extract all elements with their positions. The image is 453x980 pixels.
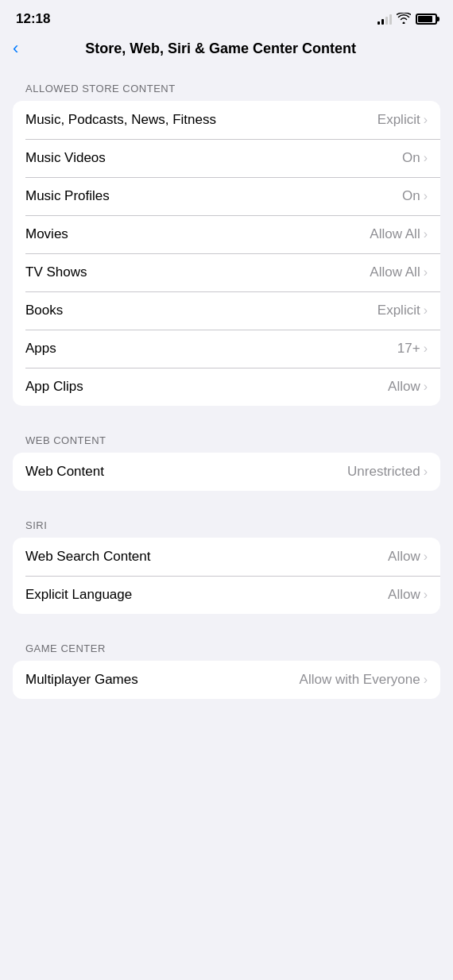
settings-row-books[interactable]: BooksExplicit›: [13, 291, 440, 330]
chevron-icon-tv-shows: ›: [424, 265, 428, 280]
chevron-icon-books: ›: [424, 303, 428, 318]
row-label-music-profiles: Music Profiles: [25, 188, 110, 204]
row-value-web-content: Unrestricted: [347, 464, 420, 480]
status-time: 12:18: [16, 11, 50, 27]
row-label-web-content: Web Content: [25, 464, 104, 480]
row-value-explicit-language: Allow: [388, 587, 420, 603]
row-value-music-videos: On: [402, 150, 420, 166]
status-icons: [378, 13, 437, 26]
settings-row-web-search-content[interactable]: Web Search ContentAllow›: [13, 538, 440, 576]
battery-icon: [416, 14, 437, 25]
settings-row-music-videos[interactable]: Music VideosOn›: [13, 139, 440, 177]
row-value-apps: 17+: [397, 341, 420, 357]
row-value-web-search-content: Allow: [388, 549, 420, 565]
section-label-allowed-store-content: ALLOWED STORE CONTENT: [0, 70, 453, 101]
chevron-icon-movies: ›: [424, 227, 428, 241]
settings-group-game-center: Multiplayer GamesAllow with Everyone›: [13, 661, 440, 699]
settings-row-app-clips[interactable]: App ClipsAllow›: [13, 368, 440, 406]
row-label-multiplayer-games: Multiplayer Games: [25, 672, 138, 688]
settings-row-multiplayer-games[interactable]: Multiplayer GamesAllow with Everyone›: [13, 661, 440, 699]
row-label-tv-shows: TV Shows: [25, 264, 87, 280]
row-label-books: Books: [25, 303, 63, 318]
row-label-web-search-content: Web Search Content: [25, 549, 151, 565]
chevron-icon-app-clips: ›: [424, 380, 428, 394]
row-value-container-explicit-language: Allow›: [388, 587, 428, 603]
signal-icon: [378, 14, 392, 25]
row-value-music-podcasts-news-fitness: Explicit: [378, 112, 420, 128]
row-value-books: Explicit: [378, 303, 420, 318]
chevron-icon-web-search-content: ›: [424, 550, 428, 564]
row-value-app-clips: Allow: [388, 379, 420, 395]
row-value-container-music-profiles: On›: [402, 188, 428, 204]
wifi-icon: [397, 13, 411, 26]
chevron-icon-music-videos: ›: [424, 151, 428, 165]
row-value-music-profiles: On: [402, 188, 420, 204]
row-value-container-music-videos: On›: [402, 150, 428, 166]
settings-group-siri: Web Search ContentAllow›Explicit Languag…: [13, 538, 440, 614]
section-game-center: GAME CENTERMultiplayer GamesAllow with E…: [0, 630, 453, 699]
chevron-icon-music-profiles: ›: [424, 189, 428, 203]
chevron-icon-web-content: ›: [424, 465, 428, 479]
section-label-game-center: GAME CENTER: [0, 630, 453, 661]
row-value-container-music-podcasts-news-fitness: Explicit›: [378, 112, 428, 128]
row-label-apps: Apps: [25, 341, 56, 357]
row-value-container-movies: Allow All›: [370, 226, 428, 242]
settings-row-music-profiles[interactable]: Music ProfilesOn›: [13, 177, 440, 215]
chevron-icon-apps: ›: [424, 341, 428, 356]
back-chevron-icon: ‹: [13, 40, 18, 57]
row-value-container-web-content: Unrestricted›: [347, 464, 428, 480]
sections-container: ALLOWED STORE CONTENTMusic, Podcasts, Ne…: [0, 70, 453, 699]
status-bar: 12:18: [0, 0, 453, 33]
chevron-icon-multiplayer-games: ›: [424, 673, 428, 687]
row-label-music-videos: Music Videos: [25, 150, 106, 166]
page-title: Store, Web, Siri & Game Center Content: [25, 41, 416, 57]
row-value-container-tv-shows: Allow All›: [370, 264, 428, 280]
nav-header: ‹ Store, Web, Siri & Game Center Content: [0, 33, 453, 70]
section-allowed-store-content: ALLOWED STORE CONTENTMusic, Podcasts, Ne…: [0, 70, 453, 406]
row-label-movies: Movies: [25, 226, 68, 242]
chevron-icon-music-podcasts-news-fitness: ›: [424, 113, 428, 127]
section-web-content: WEB CONTENTWeb ContentUnrestricted›: [0, 422, 453, 491]
back-button[interactable]: ‹: [13, 40, 25, 57]
row-label-explicit-language: Explicit Language: [25, 587, 132, 603]
row-value-container-multiplayer-games: Allow with Everyone›: [300, 672, 428, 688]
settings-row-apps[interactable]: Apps17+›: [13, 330, 440, 368]
settings-group-web-content: Web ContentUnrestricted›: [13, 453, 440, 491]
row-value-tv-shows: Allow All: [370, 264, 420, 280]
row-label-app-clips: App Clips: [25, 379, 83, 395]
settings-row-music-podcasts-news-fitness[interactable]: Music, Podcasts, News, FitnessExplicit›: [13, 101, 440, 139]
row-value-movies: Allow All: [370, 226, 420, 242]
settings-group-allowed-store-content: Music, Podcasts, News, FitnessExplicit›M…: [13, 101, 440, 406]
row-value-container-web-search-content: Allow›: [388, 549, 428, 565]
section-label-siri: SIRI: [0, 507, 453, 538]
section-label-web-content: WEB CONTENT: [0, 422, 453, 453]
settings-row-explicit-language[interactable]: Explicit LanguageAllow›: [13, 576, 440, 614]
row-value-multiplayer-games: Allow with Everyone: [300, 672, 420, 688]
row-value-container-app-clips: Allow›: [388, 379, 428, 395]
row-value-container-apps: 17+›: [397, 341, 428, 357]
settings-row-movies[interactable]: MoviesAllow All›: [13, 215, 440, 253]
chevron-icon-explicit-language: ›: [424, 588, 428, 602]
row-label-music-podcasts-news-fitness: Music, Podcasts, News, Fitness: [25, 112, 216, 128]
settings-row-web-content[interactable]: Web ContentUnrestricted›: [13, 453, 440, 491]
row-value-container-books: Explicit›: [378, 303, 428, 318]
section-siri: SIRIWeb Search ContentAllow›Explicit Lan…: [0, 507, 453, 614]
settings-row-tv-shows[interactable]: TV ShowsAllow All›: [13, 253, 440, 291]
